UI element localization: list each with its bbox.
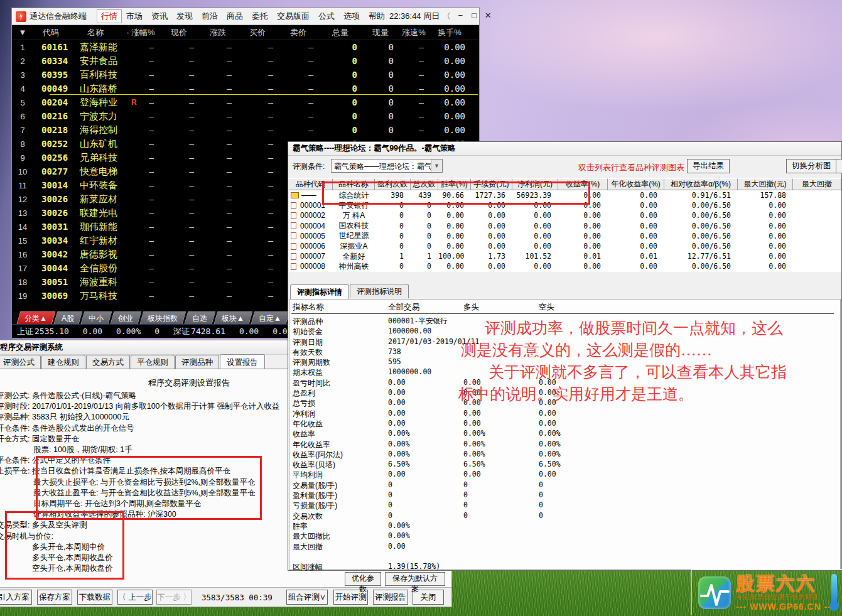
detail-tab-2[interactable]: 评测指标说明: [350, 284, 409, 298]
stock-col-header-5[interactable]: 涨跌: [199, 27, 237, 38]
import-plan-button[interactable]: 引入方案: [0, 590, 32, 605]
stock-col-header-4[interactable]: 现价: [159, 27, 199, 38]
minimize-button[interactable]: −: [453, 11, 467, 22]
result-col-header-8[interactable]: 收益率(%): [558, 178, 608, 190]
eval-tab-6[interactable]: 设置报告: [220, 354, 265, 370]
eval-report-button[interactable]: 评测报告: [373, 590, 408, 605]
return-pct: 0.00: [558, 242, 608, 251]
item-code: 000004: [300, 222, 325, 230]
menu-item-7[interactable]: 委托: [247, 9, 273, 23]
win-count: 398: [375, 191, 411, 200]
item-code: 000001: [300, 201, 325, 210]
collapse-button[interactable]: 〈: [440, 11, 453, 22]
result-row[interactable]: 000002万 科A000.000.000.000.000.000.00/6.5…: [289, 210, 841, 220]
menu-item-10[interactable]: 选项: [339, 9, 364, 23]
stock-row[interactable]: 4000498山东路桥–––––00–0.00: [12, 82, 479, 95]
eval-tab-3[interactable]: 交易方式: [86, 355, 130, 369]
condition-combobox[interactable]: 霸气策略——理想论坛：霸气9 ▼: [331, 159, 443, 173]
result-col-header-7[interactable]: 净利润(元): [512, 178, 558, 190]
stock-row[interactable]: 3603959百利科技–––––00–0.00: [12, 68, 479, 82]
eval-tab-1[interactable]: 评测公式: [0, 355, 41, 369]
result-row[interactable]: 000004国农科技000.000.000.000.000.000.00/6.5…: [289, 221, 841, 231]
turnover-value: 0.00: [429, 111, 470, 121]
save-plan-button[interactable]: 保存方案: [37, 590, 72, 605]
total-count: 0: [411, 242, 438, 251]
menu-item-9[interactable]: 公式: [314, 9, 339, 23]
eval-tab-4[interactable]: 平仓规则: [131, 355, 175, 369]
menu-item-4[interactable]: 发现: [172, 9, 197, 23]
stock-row[interactable]: 7002184海得控制–––––00–0.00: [12, 123, 479, 137]
indicator-row: 初始资金1000000.00: [289, 327, 840, 337]
indicator-name: 收益率(贝塔): [293, 460, 335, 470]
result-col-header-5[interactable]: 胜率(%): [438, 178, 471, 190]
stock-col-header-10[interactable]: 涨速%: [399, 27, 429, 38]
price-value: –: [159, 277, 199, 287]
eval-tab-5[interactable]: 评测品种: [175, 355, 219, 369]
chevron-down-icon[interactable]: ▼: [431, 159, 442, 172]
export-results-button[interactable]: 导出结果: [687, 159, 730, 173]
result-col-header-12[interactable]: 最大回撤: [793, 178, 841, 190]
value-all: 0.00: [388, 542, 406, 551]
result-row[interactable]: 000008神州高铁000.000.000.000.000.000.00/6.5…: [289, 261, 841, 271]
summary-row[interactable]: ——综合统计39843990.661727.3656923.390.000.00…: [289, 190, 841, 200]
market-tab-label: 板块指数: [148, 313, 178, 324]
result-col-header-3[interactable]: 盈利次数: [375, 178, 411, 190]
maximize-button[interactable]: □: [467, 11, 481, 22]
stock-row[interactable]: 5002041登海种业R–––––00–0.00: [12, 95, 479, 109]
fee-value: 0.00: [471, 232, 512, 240]
menu-item-1[interactable]: 行情: [97, 9, 122, 23]
result-col-header-2[interactable]: 品种名称: [333, 178, 375, 190]
value-short: 6.50%: [539, 460, 561, 468]
buy-price: –: [237, 222, 278, 232]
menu-item-11[interactable]: 帮助: [364, 9, 389, 23]
menu-item-3[interactable]: 资讯: [147, 9, 172, 23]
indicator-name: 净利润: [293, 409, 315, 419]
close-button[interactable]: ✕: [481, 11, 495, 22]
result-col-header-9[interactable]: 年化收益率(%): [608, 178, 664, 190]
menu-item-2[interactable]: 市场: [122, 9, 147, 23]
result-col-header-11[interactable]: 最大回撤(元): [738, 178, 793, 190]
download-data-button[interactable]: 下载数据: [77, 590, 112, 605]
stock-row[interactable]: 6002164宁波东力–––––00–0.00: [12, 109, 479, 123]
optimize-params-button[interactable]: 优化参数: [345, 572, 381, 586]
change-value: –: [199, 180, 237, 190]
buy-price: –: [237, 235, 278, 246]
dropdown-arrow-icon[interactable]: ▼: [12, 28, 33, 37]
stock-col-header-11[interactable]: 换手%: [429, 27, 470, 38]
stock-code: 300140: [33, 180, 68, 190]
indicator-name: 最大回撤: [293, 542, 323, 553]
row-index: 14: [12, 222, 33, 232]
result-col-header-4[interactable]: 总次数: [411, 178, 438, 190]
menu-item-5[interactable]: 前沿: [197, 9, 222, 23]
menu-item-6[interactable]: 商品: [222, 9, 247, 23]
stock-col-header-6[interactable]: 买价: [237, 27, 278, 38]
stock-name: 登海种业: [68, 97, 122, 109]
stock-col-header-8[interactable]: 总量: [318, 27, 362, 38]
switch-chart-button[interactable]: 切换分析图: [786, 159, 837, 173]
result-col-header-6[interactable]: 手续费(元): [471, 178, 512, 190]
result-row[interactable]: 000005世纪星源000.000.000.000.000.000.00/6.5…: [289, 231, 841, 241]
pct-cell: –: [122, 139, 159, 149]
stock-row[interactable]: 2603345安井食品–––––00–0.00: [12, 54, 479, 68]
save-default-plan-button[interactable]: 保存为默认方案: [385, 572, 445, 586]
stock-row[interactable]: 1601619嘉泽新能–––––00–0.00: [12, 40, 479, 54]
stock-col-header-9[interactable]: 现量: [362, 27, 399, 38]
stock-col-header-3[interactable]: ·涨幅%: [122, 27, 159, 38]
result-row[interactable]: 000007全新好11100.001.73101.520.010.0112.77…: [289, 251, 841, 261]
result-row[interactable]: 000001平安银行000.000.000.000.000.000.00/6.5…: [289, 200, 841, 210]
detail-tab-1[interactable]: 评测指标详情: [290, 284, 349, 299]
result-col-header-1[interactable]: 品种代码: [289, 178, 333, 190]
eval-tab-2[interactable]: 建仓规则: [41, 355, 85, 369]
clipped-edge-button[interactable]: [836, 159, 842, 173]
prev-step-button[interactable]: 〈 上一步: [117, 590, 153, 605]
result-row[interactable]: 000006深振业A000.000.000.000.000.000.00/6.5…: [289, 241, 841, 251]
value-long: 0: [463, 511, 468, 520]
result-col-header-10[interactable]: 相对收益率α/β(%): [664, 178, 738, 190]
stock-col-header-2[interactable]: 名称: [68, 27, 122, 38]
menu-item-8[interactable]: 交易版面: [273, 9, 314, 23]
combo-eval-button[interactable]: 组合评测∨: [286, 590, 328, 605]
stock-col-header-7[interactable]: 卖价: [278, 27, 318, 38]
page-icon: [291, 243, 296, 250]
stock-col-header-1[interactable]: 代码: [33, 27, 68, 38]
speed-value: –: [399, 97, 429, 107]
